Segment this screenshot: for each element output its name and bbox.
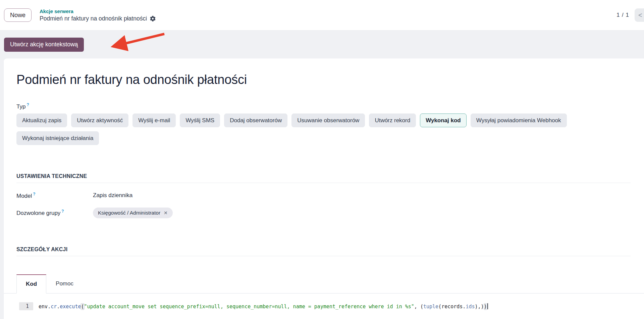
remove-tag-icon[interactable]: ✕ xyxy=(164,210,168,216)
chevron-left-icon: < xyxy=(638,11,642,19)
code-token: . xyxy=(57,304,60,310)
code-token: ( xyxy=(438,304,441,310)
section-technical-settings: USTAWIENIA TECHNICZNE xyxy=(16,173,631,179)
type-option[interactable]: Wysyłaj powiadomienia Webhook xyxy=(471,113,567,127)
section-divider xyxy=(16,256,631,256)
technical-fields: Model? Zapis dziennika Dozwolone grupy? … xyxy=(16,192,631,218)
code-token: tuple xyxy=(423,304,438,310)
breadcrumb-current: Podmień nr faktury na odnośnik płatności xyxy=(40,15,147,22)
model-field-value[interactable]: Zapis dziennika xyxy=(93,192,631,199)
code-editor[interactable]: 1 env.cr.execute("update account_move se… xyxy=(16,293,631,311)
type-option[interactable]: Dodaj obserwatorów xyxy=(224,113,287,127)
allowed-groups-tag[interactable]: Księgowość / Administrator ✕ xyxy=(93,208,173,218)
help-icon[interactable]: ? xyxy=(26,102,29,107)
create-contextual-action-button[interactable]: Utwórz akcję kontekstową xyxy=(4,38,84,52)
section-divider xyxy=(16,183,631,183)
type-field-label: Typ? xyxy=(16,102,631,110)
tab-pomoc[interactable]: Pomoc xyxy=(46,274,83,293)
tag-label: Księgowość / Administrator xyxy=(98,210,160,216)
tab-bar: KodPomoc xyxy=(4,274,644,293)
action-bar: Utwórz akcję kontekstową xyxy=(0,31,644,58)
code-token: ), xyxy=(475,304,481,310)
pager-previous-button[interactable]: < xyxy=(635,8,644,22)
code-token: records xyxy=(441,304,463,310)
breadcrumb: Akcje serwera Podmień nr faktury na odno… xyxy=(40,8,156,22)
gear-icon[interactable] xyxy=(150,16,156,21)
code-line[interactable]: env.cr.execute("update account_move set … xyxy=(39,302,488,311)
code-token: ( xyxy=(81,304,84,310)
model-label-text: Model xyxy=(16,193,32,199)
code-token: execute xyxy=(60,304,81,310)
help-icon[interactable]: ? xyxy=(33,192,35,196)
model-field-label: Model? xyxy=(16,192,93,199)
type-option[interactable]: Wykonaj istniejące działania xyxy=(16,131,99,145)
type-selector: Aktualizuj zapisUtwórz aktywnośćWyślij e… xyxy=(16,113,631,145)
new-button[interactable]: Nowe xyxy=(4,8,32,22)
type-option[interactable]: Usuwanie obserwatorów xyxy=(291,113,365,127)
line-number: 1 xyxy=(19,302,33,310)
help-icon[interactable]: ? xyxy=(61,209,64,214)
form-sheet: Podmień nr faktury na odnośnik płatności… xyxy=(3,58,644,319)
code-token: ids xyxy=(466,304,475,310)
code-token: , ( xyxy=(414,304,423,310)
type-option[interactable]: Utwórz rekord xyxy=(369,113,416,127)
code-token: cr xyxy=(51,304,57,310)
section-action-details: SZCZEGÓŁY AKCJI xyxy=(16,246,631,253)
code-token: env xyxy=(39,304,48,310)
text-cursor xyxy=(487,303,488,309)
type-option[interactable]: Utwórz aktywność xyxy=(71,113,128,127)
allowed-groups-field-label: Dozwolone grupy? xyxy=(16,209,93,217)
type-label-text: Typ xyxy=(16,103,25,110)
tab-kod[interactable]: Kod xyxy=(16,274,46,293)
type-option[interactable]: Aktualizuj zapis xyxy=(16,113,67,127)
type-option[interactable]: Wyślij e-mail xyxy=(132,113,176,127)
pager-count: 1 / 1 xyxy=(616,12,629,18)
code-token: "update account_move set sequence_prefix… xyxy=(84,304,414,310)
code-token: . xyxy=(48,304,51,310)
pager: 1 / 1 < xyxy=(616,8,644,22)
code-token: ) xyxy=(484,304,487,310)
type-option[interactable]: Wyślij SMS xyxy=(180,113,220,127)
allowed-groups-label-text: Dozwolone grupy xyxy=(16,210,60,216)
page-background: Utwórz akcję kontekstową Podmień nr fakt… xyxy=(0,31,644,319)
breadcrumb-parent-link[interactable]: Akcje serwera xyxy=(40,8,156,14)
code-token: ) xyxy=(481,304,484,310)
breadcrumb-bar: Nowe Akcje serwera Podmień nr faktury na… xyxy=(0,0,644,31)
record-title: Podmień nr faktury na odnośnik płatności xyxy=(16,73,631,87)
type-option[interactable]: Wykonaj kod xyxy=(420,113,467,127)
